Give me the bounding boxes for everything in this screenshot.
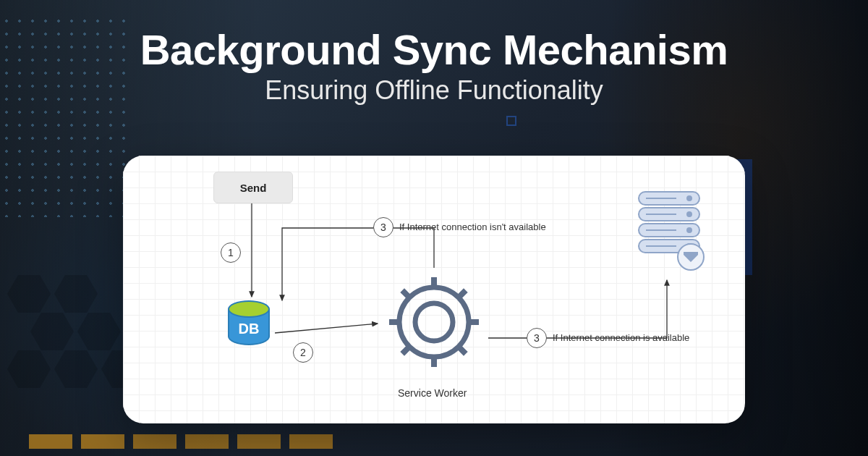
svg-point-0 [415,303,453,341]
svg-line-16 [275,324,378,333]
gear-icon [383,271,485,373]
diagram-card: Send DB [123,156,745,423]
page-subtitle: Ensuring Offline Functionality [0,75,868,106]
svg-point-10 [687,196,692,200]
step-1-badge: 1 [221,242,241,263]
service-worker-label: Service Worker [398,387,467,399]
diagram-container: Send DB [123,156,745,423]
send-button-label: Send [240,182,267,194]
decorative-bars [29,434,333,449]
svg-point-11 [687,212,692,216]
no-internet-label: If Internet connection isn't available [399,221,546,232]
step-3-top-badge: 3 [373,217,393,237]
server-icon [633,188,705,275]
svg-point-12 [687,228,692,232]
database-icon: DB [228,300,271,351]
page-title: Background Sync Mechanism [0,25,868,74]
send-button[interactable]: Send [213,172,293,203]
database-label: DB [228,321,270,337]
svg-point-1 [399,287,469,357]
header: Background Sync Mechanism Ensuring Offli… [0,0,868,106]
has-internet-label: If Internet connection is available [553,332,689,343]
step-3-bottom-badge: 3 [527,328,547,348]
step-2-badge: 2 [293,342,313,363]
